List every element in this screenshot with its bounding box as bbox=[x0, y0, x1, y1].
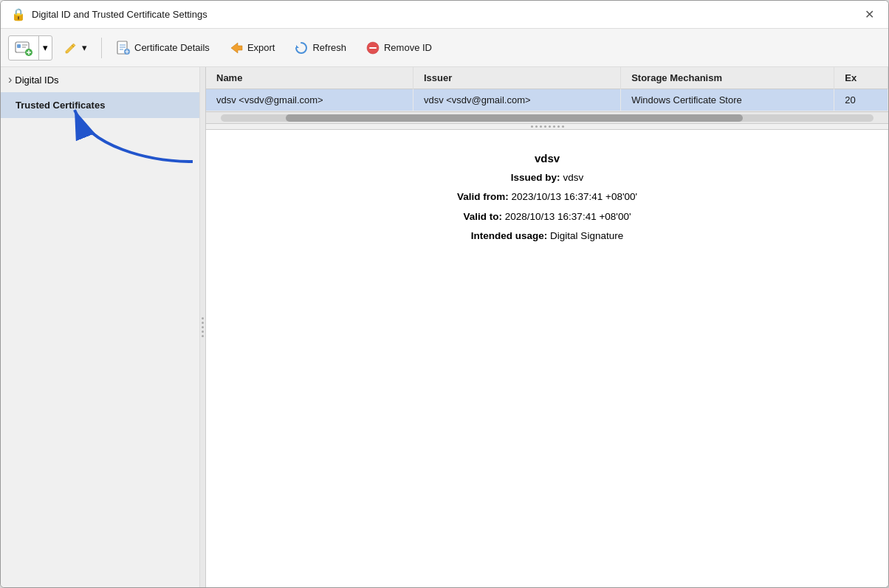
resize-dot-3 bbox=[202, 326, 204, 328]
scrollbar-thumb[interactable] bbox=[286, 114, 743, 122]
trusted-certificates-label: Trusted Certificates bbox=[16, 100, 105, 111]
col-name: Name bbox=[206, 67, 413, 89]
cert-details-button[interactable]: Certificate Details bbox=[108, 36, 218, 60]
right-panel: Name Issuer Storage Mechanism Ex vdsv <v… bbox=[206, 67, 888, 587]
resize-dot-h2 bbox=[535, 125, 538, 128]
lock-icon: 🔒 bbox=[11, 7, 26, 21]
dropdown-arrow-icon2: ▾ bbox=[82, 42, 87, 53]
add-id-dropdown-button[interactable]: ▾ bbox=[38, 36, 52, 60]
sidebar: › Digital IDs Trusted Certificates bbox=[1, 67, 200, 587]
main-content: › Digital IDs Trusted Certificates bbox=[1, 67, 888, 587]
resize-dot-h7 bbox=[557, 125, 560, 128]
resize-dots bbox=[531, 125, 564, 128]
cert-issued-by: Issued by: vdsv bbox=[511, 170, 583, 185]
resize-dot-h4 bbox=[544, 125, 546, 128]
detail-panel: vdsv Issued by: vdsv Valid from: 2023/10… bbox=[206, 130, 888, 587]
refresh-button[interactable]: Refresh bbox=[286, 36, 354, 60]
valid-from-value: 2023/10/13 16:37:41 +08'00' bbox=[511, 191, 637, 202]
cert-intended-usage: Intended usage: Digital Signature bbox=[471, 229, 623, 243]
horizontal-scrollbar[interactable] bbox=[206, 112, 888, 124]
edit-icon bbox=[64, 41, 78, 55]
cert-details-icon bbox=[116, 41, 131, 55]
dropdown-arrow-icon: ▾ bbox=[43, 42, 48, 53]
sidebar-expand[interactable]: › Digital IDs bbox=[1, 67, 199, 92]
valid-to-label: Valid to: bbox=[464, 211, 503, 222]
expand-arrow-icon: › bbox=[8, 73, 12, 86]
export-button[interactable]: Export bbox=[221, 36, 284, 60]
table-container: Name Issuer Storage Mechanism Ex vdsv <v… bbox=[206, 67, 888, 112]
resize-dot-h1 bbox=[531, 125, 533, 128]
refresh-icon bbox=[294, 41, 309, 55]
remove-id-icon bbox=[365, 41, 380, 55]
cell-name: vdsv <vsdv@gmail.com> bbox=[206, 89, 413, 111]
issued-by-value: vdsv bbox=[563, 172, 583, 183]
remove-id-button[interactable]: Remove ID bbox=[357, 36, 440, 60]
table-row[interactable]: vdsv <vsdv@gmail.com> vdsv <vsdv@gmail.c… bbox=[206, 89, 888, 111]
panel-resize-handle[interactable] bbox=[206, 124, 888, 130]
resize-dot-h6 bbox=[553, 125, 555, 128]
cert-name: vdsv bbox=[535, 152, 560, 165]
dialog-window: 🔒 Digital ID and Trusted Certificate Set… bbox=[0, 0, 889, 588]
resize-dot-5 bbox=[202, 335, 204, 337]
intended-usage-label: Intended usage: bbox=[471, 230, 548, 241]
edit-button[interactable]: ▾ bbox=[55, 36, 95, 60]
cell-issuer: vdsv <vsdv@gmail.com> bbox=[413, 89, 620, 111]
issued-by-label: Issued by: bbox=[511, 172, 560, 183]
resize-dot-1 bbox=[202, 317, 204, 319]
cert-valid-to: Valid to: 2028/10/13 16:37:41 +08'00' bbox=[464, 210, 631, 224]
svg-marker-16 bbox=[296, 45, 299, 48]
export-icon bbox=[229, 41, 244, 55]
table-header-row: Name Issuer Storage Mechanism Ex bbox=[206, 67, 888, 89]
sidebar-resize-handle[interactable] bbox=[200, 67, 206, 587]
cell-storage: Windows Certificate Store bbox=[621, 89, 834, 111]
scrollbar-track bbox=[221, 114, 873, 122]
add-id-icon bbox=[15, 40, 32, 56]
cell-expiry: 20 bbox=[834, 89, 888, 111]
add-id-button-group: ▾ bbox=[8, 35, 52, 60]
col-storage: Storage Mechanism bbox=[621, 67, 834, 89]
toolbar: ▾ ▾ Certificate Details bbox=[1, 29, 888, 67]
title-bar-left: 🔒 Digital ID and Trusted Certificate Set… bbox=[11, 7, 207, 21]
add-id-button[interactable] bbox=[9, 36, 38, 60]
svg-marker-15 bbox=[231, 43, 242, 53]
col-expiry: Ex bbox=[834, 67, 888, 89]
sidebar-item-trusted-certificates[interactable]: Trusted Certificates bbox=[1, 92, 199, 118]
resize-dot-h3 bbox=[540, 125, 542, 128]
valid-to-value: 2028/10/13 16:37:41 +08'00' bbox=[505, 211, 631, 222]
export-label: Export bbox=[247, 42, 275, 53]
title-bar: 🔒 Digital ID and Trusted Certificate Set… bbox=[1, 1, 888, 29]
valid-from-label: Valid from: bbox=[457, 191, 509, 202]
title-bar-text: Digital ID and Trusted Certificate Setti… bbox=[32, 9, 207, 20]
resize-dot-2 bbox=[202, 322, 204, 324]
resize-dot-h8 bbox=[562, 125, 564, 128]
cert-valid-from: Valid from: 2023/10/13 16:37:41 +08'00' bbox=[457, 190, 637, 204]
cert-details-label: Certificate Details bbox=[134, 42, 210, 53]
svg-rect-1 bbox=[17, 44, 21, 48]
separator-1 bbox=[101, 38, 102, 58]
col-issuer: Issuer bbox=[413, 67, 620, 89]
refresh-label: Refresh bbox=[312, 42, 346, 53]
certificates-table: Name Issuer Storage Mechanism Ex vdsv <v… bbox=[206, 67, 888, 111]
intended-usage-value: Digital Signature bbox=[550, 230, 623, 241]
close-button[interactable]: ✕ bbox=[860, 6, 878, 24]
resize-dot-h5 bbox=[549, 125, 551, 128]
sidebar-item-digital-ids-label: Digital IDs bbox=[15, 75, 58, 86]
resize-dot-4 bbox=[202, 331, 204, 333]
remove-id-label: Remove ID bbox=[384, 42, 432, 53]
